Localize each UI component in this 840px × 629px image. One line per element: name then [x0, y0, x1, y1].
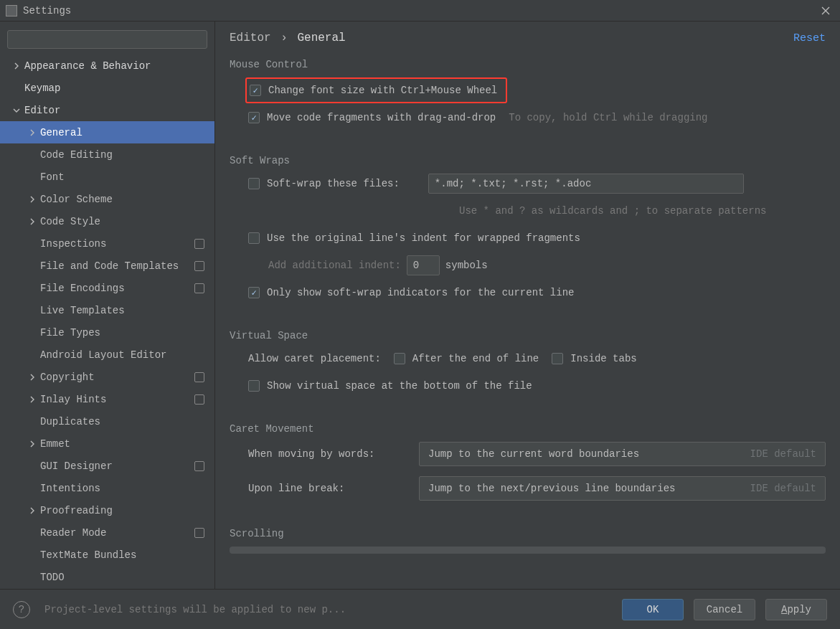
tree-item-proofreading[interactable]: Proofreading [0, 499, 214, 521]
tree-item-label: Proofreading [40, 505, 113, 516]
checkbox-drag-drop[interactable] [248, 112, 260, 123]
tree-item-label: Keymap [24, 82, 60, 94]
settings-content: Mouse Control Change font size with Ctrl… [215, 52, 840, 589]
tree-item-label: File and Code Templates [40, 260, 179, 272]
project-badge-icon [194, 528, 204, 538]
checkbox-inside-tabs[interactable] [552, 353, 563, 364]
checkbox-original-indent[interactable] [248, 232, 260, 244]
checkbox-virtual-bottom[interactable] [248, 380, 260, 392]
tree-item-general[interactable]: General [0, 121, 214, 143]
checkbox-change-font-size[interactable] [250, 85, 261, 96]
help-button[interactable]: ? [13, 601, 30, 618]
tree-item-appearance-behavior[interactable]: Appearance & Behavior [0, 55, 214, 77]
tree-item-intentions[interactable]: Intentions [0, 477, 214, 499]
tree-item-file-types[interactable]: File Types [0, 321, 214, 344]
tree-item-duplicates[interactable]: Duplicates [0, 410, 214, 432]
ok-button[interactable]: OK [622, 599, 684, 620]
tree-item-inlay-hints[interactable]: Inlay Hints [0, 388, 214, 410]
chevron-icon [29, 396, 40, 403]
tree-item-label: GUI Designer [40, 460, 113, 472]
input-softwrap-pattern[interactable] [428, 174, 744, 194]
label-line-break: Upon line break: [248, 483, 406, 494]
tree-item-file-encodings[interactable]: File Encodings [0, 277, 214, 299]
titlebar: Settings [0, 0, 840, 22]
label-add-indent: Add additional indent: [268, 260, 401, 271]
tree-item-reader-mode[interactable]: Reader Mode [0, 521, 214, 544]
tree-item-file-and-code-templates[interactable]: File and Code Templates [0, 255, 214, 277]
checkbox-after-eol[interactable] [394, 353, 405, 364]
checkbox-softwrap-files[interactable] [248, 178, 260, 189]
tree-item-textmate-bundles[interactable]: TextMate Bundles [0, 544, 214, 566]
reset-link[interactable]: Reset [793, 32, 826, 44]
tree-item-color-scheme[interactable]: Color Scheme [0, 188, 214, 210]
tree-item-gui-designer[interactable]: GUI Designer [0, 455, 214, 477]
section-soft-wraps: Soft Wraps [230, 155, 826, 166]
label-allow-caret: Allow caret placement: [248, 353, 381, 364]
project-badge-icon [194, 283, 204, 293]
tree-item-copyright[interactable]: Copyright [0, 366, 214, 388]
apply-button[interactable]: Apply [765, 599, 827, 620]
search-input[interactable] [7, 30, 207, 49]
tree-item-inspections[interactable]: Inspections [0, 232, 214, 255]
tree-item-label: Code Editing [40, 149, 113, 161]
chevron-icon [29, 196, 40, 203]
label-change-font: Change font size with Ctrl+Mouse Wheel [268, 85, 497, 96]
cancel-button[interactable]: Cancel [694, 599, 755, 620]
tree-item-emmet[interactable]: Emmet [0, 432, 214, 455]
hint-softwrap-pattern: Use * and ? as wildcards and ; to separa… [459, 205, 766, 217]
tree-item-todo[interactable]: TODO [0, 566, 214, 588]
tree-item-editor[interactable]: Editor [0, 99, 214, 121]
tree-item-code-editing[interactable]: Code Editing [0, 143, 214, 166]
highlighted-option: Change font size with Ctrl+Mouse Wheel [245, 77, 507, 103]
tree-item-label: File Encodings [40, 283, 125, 294]
tree-item-label: Font [40, 171, 65, 183]
project-badge-icon [194, 461, 204, 471]
select-line-break[interactable]: Jump to the next/previous line boundarie… [419, 476, 826, 501]
chevron-icon [29, 218, 40, 225]
tree-item-label: Copyright [40, 372, 95, 383]
tree-item-label: Live Templates [40, 305, 125, 316]
tree-item-font[interactable]: Font [0, 166, 214, 188]
chevron-icon [29, 129, 40, 136]
tree-item-label: Android Layout Editor [40, 349, 166, 361]
close-icon[interactable] [817, 2, 834, 19]
label-inside-tabs: Inside tabs [570, 353, 636, 364]
label-drag-drop: Move code fragments with drag-and-drop [267, 112, 496, 123]
tree-item-label: Duplicates [40, 416, 100, 427]
label-after-eol: After the end of line [412, 353, 539, 364]
tree-item-label: TextMate Bundles [40, 549, 136, 561]
tree-item-label: Code Style [40, 216, 100, 227]
tree-item-label: General [40, 127, 82, 138]
checkbox-only-show-indicators[interactable] [248, 287, 260, 298]
tree-item-label: Inlay Hints [40, 394, 106, 405]
window-title: Settings [23, 5, 71, 16]
horizontal-scrollbar[interactable] [230, 547, 826, 554]
tree-item-keymap[interactable]: Keymap [0, 77, 214, 99]
section-virtual-space: Virtual Space [230, 330, 826, 341]
input-indent-value[interactable] [407, 255, 440, 275]
sidebar: Appearance & BehaviorKeymapEditorGeneral… [0, 22, 215, 589]
tree-item-label: Emmet [40, 438, 70, 450]
project-badge-icon [194, 394, 204, 405]
footer-note: Project-level settings will be applied t… [44, 604, 612, 615]
tree-item-label: Color Scheme [40, 194, 113, 205]
label-by-words: When moving by words: [248, 448, 406, 460]
select-by-words[interactable]: Jump to the current word boundaries IDE … [419, 442, 826, 466]
app-icon [6, 5, 17, 16]
hint-drag-drop: To copy, hold Ctrl while dragging [509, 112, 707, 123]
tree-item-android-layout-editor[interactable]: Android Layout Editor [0, 344, 214, 366]
tree-item-label: Appearance & Behavior [24, 60, 151, 72]
tree-item-code-style[interactable]: Code Style [0, 210, 214, 232]
project-badge-icon [194, 372, 204, 382]
label-only-show: Only show soft-wrap indicators for the c… [267, 287, 574, 298]
label-symbols: symbols [445, 260, 488, 271]
tree-item-live-templates[interactable]: Live Templates [0, 299, 214, 321]
section-mouse-control: Mouse Control [230, 59, 826, 70]
chevron-icon [29, 440, 40, 448]
label-virtual-bottom: Show virtual space at the bottom of the … [267, 380, 532, 392]
tree-item-label: Inspections [40, 238, 106, 250]
project-badge-icon [194, 239, 204, 249]
chevron-icon [13, 107, 24, 114]
chevron-icon [29, 374, 40, 381]
settings-tree[interactable]: Appearance & BehaviorKeymapEditorGeneral… [0, 55, 214, 589]
